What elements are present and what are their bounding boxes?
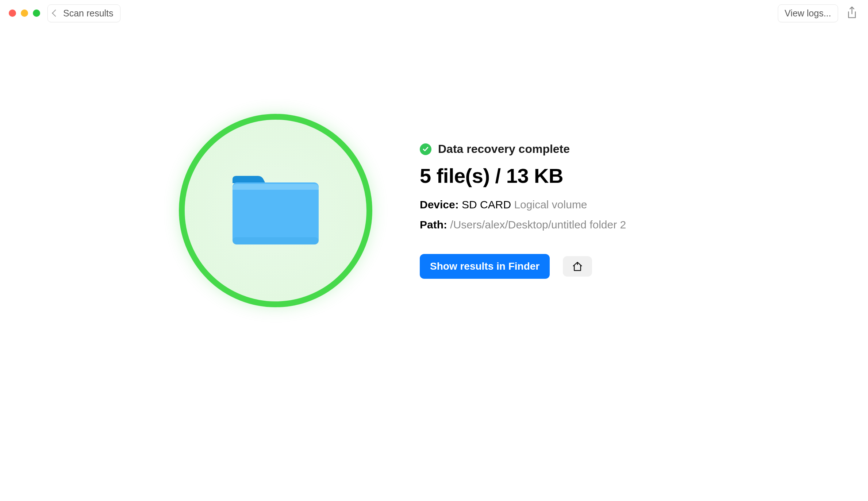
home-icon [572, 261, 583, 272]
folder-icon [229, 172, 322, 249]
main-content: Data recovery complete 5 file(s) / 13 KB… [0, 26, 868, 307]
status-text: Data recovery complete [438, 142, 570, 156]
summary-text: 5 file(s) / 13 KB [420, 164, 626, 188]
traffic-lights [9, 9, 40, 17]
titlebar-right: View logs... [778, 4, 859, 22]
window-close-button[interactable] [9, 9, 16, 17]
device-label: Device: [420, 199, 459, 211]
titlebar: Scan results View logs... [0, 0, 868, 26]
share-button[interactable] [845, 4, 859, 22]
device-name: SD CARD [462, 199, 511, 211]
info-section: Data recovery complete 5 file(s) / 13 KB… [420, 142, 626, 279]
back-button-label: Scan results [63, 8, 114, 19]
chevron-left-icon [52, 9, 59, 17]
back-button[interactable]: Scan results [47, 4, 120, 22]
path-line: Path: /Users/alex/Desktop/untitled folde… [420, 216, 626, 233]
view-logs-button[interactable]: View logs... [778, 4, 838, 22]
show-results-button[interactable]: Show results in Finder [420, 254, 550, 279]
action-row: Show results in Finder [420, 254, 626, 279]
titlebar-left: Scan results [9, 4, 120, 22]
path-value: /Users/alex/Desktop/untitled folder 2 [450, 219, 626, 231]
svg-rect-1 [233, 237, 319, 244]
device-line: Device: SD CARD Logical volume [420, 196, 626, 213]
check-badge-icon [420, 143, 431, 155]
home-button[interactable] [563, 256, 592, 277]
window-minimize-button[interactable] [21, 9, 28, 17]
share-icon [846, 6, 858, 20]
success-circle [179, 114, 372, 307]
path-label: Path: [420, 219, 447, 231]
window-maximize-button[interactable] [33, 9, 40, 17]
status-line: Data recovery complete [420, 142, 626, 156]
device-type: Logical volume [514, 199, 587, 211]
svg-rect-0 [233, 182, 319, 244]
